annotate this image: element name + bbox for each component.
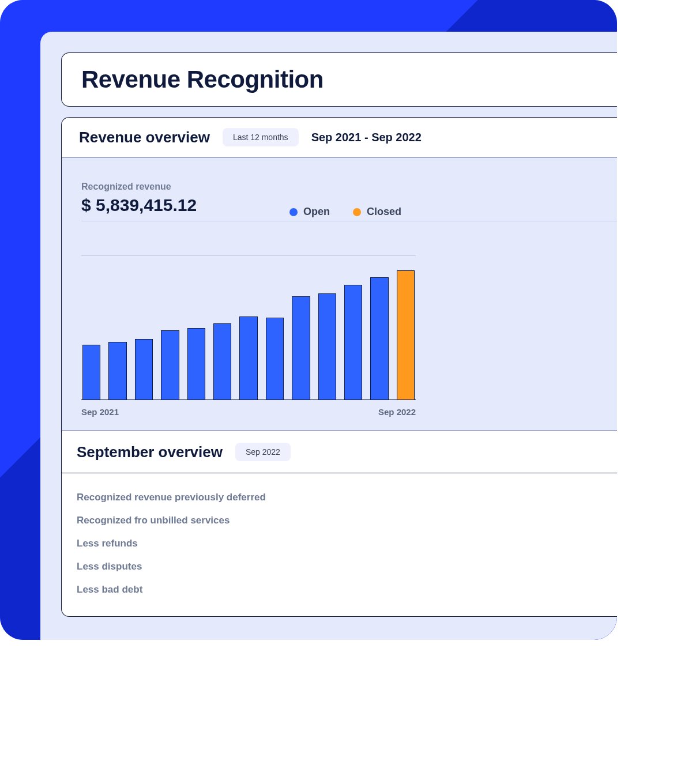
- chart-bar[interactable]: [213, 323, 231, 399]
- x-end-label: Sep 2022: [378, 407, 416, 417]
- dot-icon: [353, 208, 361, 216]
- x-start-label: Sep 2021: [81, 407, 119, 417]
- chart-body: Recognized revenue $ 5,839,415.12 Open C…: [62, 157, 617, 431]
- period-selector[interactable]: Last 12 months: [223, 128, 299, 146]
- legend-open: Open: [289, 206, 330, 218]
- line-item: Less disputes: [77, 555, 617, 578]
- line-item: Less bad debt: [77, 578, 617, 601]
- line-item: Recognized revenue previously deferred: [77, 486, 617, 509]
- recognized-revenue-chart[interactable]: [81, 256, 416, 400]
- chart-bar[interactable]: [187, 328, 205, 400]
- line-item: Less refunds: [77, 532, 617, 555]
- date-range: Sep 2021 - Sep 2022: [311, 131, 422, 144]
- metric-label: Recognized revenue: [81, 182, 617, 192]
- chart-bar[interactable]: [82, 345, 100, 399]
- page-title-card: Revenue Recognition: [61, 52, 617, 107]
- month-title: September overview: [77, 443, 223, 461]
- chart-bar[interactable]: [344, 285, 362, 399]
- month-line-items: Recognized revenue previously deferredRe…: [62, 473, 617, 616]
- month-selector[interactable]: Sep 2022: [235, 443, 291, 461]
- chart-legend: Open Closed: [289, 206, 401, 218]
- chart-bar[interactable]: [266, 318, 284, 399]
- revenue-overview-card: Revenue overview Last 12 months Sep 2021…: [61, 117, 617, 617]
- overview-header: Revenue overview Last 12 months Sep 2021…: [62, 118, 617, 157]
- page-title: Revenue Recognition: [81, 66, 617, 93]
- chart-x-axis: Sep 2021 Sep 2022: [81, 407, 416, 417]
- legend-closed-label: Closed: [367, 206, 401, 218]
- legend-open-label: Open: [303, 206, 330, 218]
- month-header: September overview Sep 2022: [62, 431, 617, 473]
- chart-bar[interactable]: [161, 330, 179, 399]
- chart-bar[interactable]: [292, 296, 310, 399]
- chart-bar[interactable]: [135, 339, 153, 399]
- september-overview-card: September overview Sep 2022 Recognized r…: [62, 431, 617, 616]
- chart-bar[interactable]: [239, 316, 257, 399]
- chart-bar[interactable]: [318, 293, 336, 399]
- legend-closed: Closed: [353, 206, 401, 218]
- overview-title: Revenue overview: [79, 129, 210, 146]
- app-panel: Revenue Recognition Revenue overview Las…: [40, 32, 617, 640]
- chart-bar[interactable]: [108, 342, 126, 399]
- dot-icon: [289, 208, 298, 216]
- chart-bar[interactable]: [397, 270, 415, 399]
- device-frame: Revenue Recognition Revenue overview Las…: [0, 0, 617, 640]
- chart-bar[interactable]: [370, 277, 388, 399]
- line-item: Recognized fro unbilled services: [77, 509, 617, 532]
